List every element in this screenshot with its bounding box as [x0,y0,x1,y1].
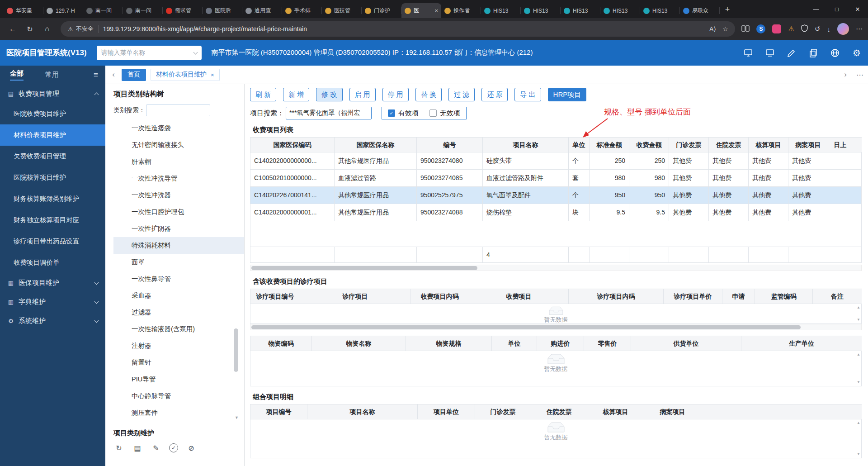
column-header[interactable]: 核算项目 [749,138,788,152]
toolbar-button[interactable]: 刷 新 [250,88,276,101]
browser-tab[interactable]: 医院后 × [203,3,242,18]
menu-search-select[interactable]: 请输入菜单名称 [97,46,202,60]
tree-item[interactable]: 一次性冲洗导管 [113,170,244,187]
screen-share-icon[interactable] [743,48,753,58]
tree-scrollbar-thumb[interactable] [234,328,238,372]
toolbar-button[interactable]: 过 滤 [448,88,475,101]
column-header[interactable]: 诊疗项目 [300,289,410,304]
browser-tab[interactable]: HIS13 × [561,3,600,18]
sidebar-item[interactable]: 医院收费项目维护 [0,103,105,124]
extension-s-badge[interactable]: S [756,24,765,33]
back-icon[interactable]: ← [5,22,20,36]
signature-pen-icon[interactable] [787,48,797,58]
tree-scroll-down-icon[interactable]: ▼ [235,415,239,420]
browser-tab[interactable]: 医技管 × [322,3,362,18]
column-header[interactable]: 备注 [813,289,862,304]
browser-menu-icon[interactable]: ⋯ [856,25,863,33]
shield-ic[interactable] [801,24,808,33]
column-header[interactable]: 编号 [417,138,483,152]
browser-tab[interactable]: HIS13 × [600,3,640,18]
tree-item[interactable]: 一次性输液器(含泵用) [113,321,244,338]
tree-item[interactable]: 一次性扩阴器 [113,220,244,237]
valid-checkbox[interactable]: ✓ 有效项 [388,109,419,118]
sidebar-section-insurance[interactable]: ▦ 医保项目维护 [0,273,105,292]
column-header[interactable]: 门诊发票 [669,138,709,152]
sidebar-item[interactable]: 财务独立核算项目对应 [0,209,105,231]
scroll-up-icon[interactable]: ▲ [857,305,860,309]
tree-item[interactable]: 肝素帽 [113,153,244,170]
project-search-input[interactable] [286,107,372,119]
sidebar-item[interactable]: 医院核算项目维护 [0,167,105,188]
toolbar-button[interactable]: 导 出 [514,88,541,101]
horizontal-scrollbar[interactable] [250,324,862,330]
browser-tab[interactable]: 南一问 × [123,3,163,18]
toolbar-button[interactable]: 停 用 [382,88,409,101]
tree-item[interactable]: 一次性冲洗器 [113,187,244,204]
column-header[interactable]: 购进价 [537,336,584,351]
column-header[interactable]: 项目名称 [307,404,418,419]
browser-tab[interactable]: HIS13 × [521,3,561,18]
scrollbar-thumb[interactable] [251,325,801,329]
sidebar-item[interactable]: 材料价表项目维护 [0,124,105,146]
settings-gear-icon[interactable]: ⚙ [852,48,862,58]
invalid-checkbox[interactable]: 无效项 [429,109,460,118]
tree-item[interactable]: 面罩 [113,254,244,271]
sidebar-tab-all[interactable]: 全部 [10,69,24,81]
refresh-icon[interactable]: ↻ [23,22,37,36]
sidebar-section-system[interactable]: ⚙ 系统维护 [0,311,105,330]
profile-avatar[interactable] [837,23,849,35]
scroll-up-icon[interactable]: ▲ [857,421,860,425]
tree-item[interactable]: 采血器 [113,287,244,304]
browser-tab[interactable]: 需求管 × [163,3,203,18]
tree-item[interactable]: 中心静脉导管 [113,388,244,404]
checkbox-unchecked-icon[interactable] [429,109,437,117]
tree-item[interactable]: 留置针 [113,354,244,371]
sidebar-section-charge[interactable]: ▤ 收费项目管理 [0,84,105,103]
read-aloud-icon[interactable]: A⟩ [709,25,716,33]
maximize-button[interactable]: □ [826,0,847,18]
extension-pink-badge[interactable] [772,24,781,33]
sidebar-item[interactable]: 收费项目调价单 [0,252,105,273]
tree-item[interactable]: 注射器 [113,338,244,354]
close-button[interactable]: ✕ [847,0,868,18]
split-screen-icon[interactable] [741,25,750,33]
alert-triangle-icon[interactable]: ⚠ [788,25,794,33]
history-icon[interactable]: ↺ [815,25,821,33]
browser-tab[interactable]: 门诊护 × [362,3,401,18]
column-header[interactable]: 监管编码 [755,289,813,304]
tree-item[interactable]: PIU导管 [113,371,244,388]
scroll-down-icon[interactable]: ▼ [857,380,860,384]
column-header[interactable]: 国家医保名称 [335,138,417,152]
column-header[interactable]: 日上 [828,138,852,152]
sidebar-item[interactable]: 诊疗项目带出药品设置 [0,231,105,252]
column-header[interactable]: 核算项目 [587,404,644,419]
column-header[interactable]: 住院发票 [709,138,749,152]
add-category-icon[interactable]: ▤ [132,442,143,453]
tab-scroll-left-icon[interactable]: ‹ [110,70,117,79]
home-icon[interactable]: ⌂ [40,22,54,36]
tree-item[interactable]: 一次性造瘘袋 [113,120,244,137]
column-header[interactable]: 诊疗项目单价 [664,289,722,304]
browser-tab[interactable]: 129.7-H × [43,3,83,18]
toolbar-button[interactable]: 新 增 [283,88,309,101]
column-header[interactable]: 生产单位 [741,336,862,351]
scroll-down-icon[interactable]: ▼ [857,318,860,322]
scrollbar-thumb[interactable] [251,266,477,270]
tree-item[interactable]: 一次性鼻导管 [113,271,244,287]
checkbox-checked-icon[interactable]: ✓ [388,109,395,117]
browser-tab[interactable]: HIS13 × [481,3,521,18]
scroll-down-icon[interactable]: ▼ [857,452,860,456]
column-header[interactable]: 申请 [722,289,755,304]
column-header[interactable]: 国家医保编码 [250,138,335,152]
browser-tab[interactable]: 操作者 × [441,3,481,18]
column-header[interactable]: 项目名称 [483,138,569,152]
copy-document-icon[interactable] [808,48,818,58]
tab-home[interactable]: 首页 [122,69,146,81]
column-header[interactable]: 供货单位 [631,336,741,351]
column-header[interactable]: 单位 [492,336,537,351]
browser-tab[interactable]: 易联众 × [680,3,720,18]
column-header[interactable]: 住院发票 [531,404,587,419]
tree-search-input[interactable] [146,105,210,116]
tab-close-icon[interactable]: × [211,71,214,78]
column-header[interactable]: 病案项目 [788,138,828,152]
